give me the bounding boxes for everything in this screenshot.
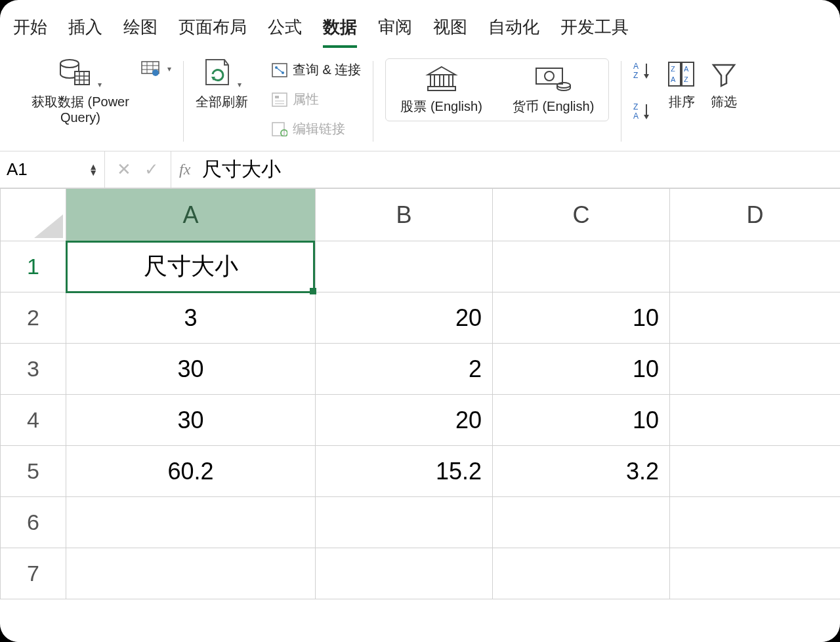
row-header-6[interactable]: 6 bbox=[1, 497, 66, 548]
tab-view[interactable]: 视图 bbox=[433, 13, 467, 48]
svg-rect-27 bbox=[428, 87, 455, 90]
tab-automate[interactable]: 自动化 bbox=[488, 13, 539, 48]
svg-rect-24 bbox=[430, 75, 434, 87]
col-header-a[interactable]: A bbox=[66, 189, 316, 241]
svg-text:A: A bbox=[684, 65, 689, 73]
cell-c5[interactable]: 3.2 bbox=[493, 446, 670, 497]
bank-icon bbox=[425, 66, 458, 94]
queries-connections-button[interactable]: 查询 & 连接 bbox=[272, 60, 361, 80]
svg-rect-21 bbox=[272, 123, 284, 136]
data-types-group: 股票 (English) 货币 (English) bbox=[385, 58, 609, 121]
tab-home[interactable]: 开始 bbox=[13, 13, 47, 48]
from-source-button[interactable]: ▾ bbox=[141, 60, 171, 78]
svg-rect-26 bbox=[449, 75, 453, 87]
sort-button[interactable]: ZAAZ 排序 bbox=[667, 61, 696, 110]
cell-a6[interactable] bbox=[66, 497, 316, 548]
row-header-5[interactable]: 5 bbox=[1, 446, 66, 497]
svg-text:Z: Z bbox=[671, 65, 675, 73]
filter-button[interactable]: 筛选 bbox=[711, 61, 737, 110]
svg-point-29 bbox=[545, 71, 554, 81]
svg-point-0 bbox=[60, 60, 79, 68]
edit-links-button[interactable]: 编辑链接 bbox=[272, 119, 345, 139]
svg-text:Z: Z bbox=[633, 71, 638, 79]
refresh-icon: ▾ bbox=[202, 58, 242, 90]
cell-a5[interactable]: 60.2 bbox=[66, 446, 316, 497]
svg-point-30 bbox=[557, 83, 570, 88]
currency-button[interactable]: 货币 (English) bbox=[513, 66, 594, 114]
svg-rect-17 bbox=[272, 93, 287, 106]
get-data-button[interactable]: ▾ 获取数据 (Power Query) bbox=[32, 58, 129, 125]
tab-draw[interactable]: 绘图 bbox=[123, 13, 158, 48]
cell-b1[interactable] bbox=[316, 241, 493, 292]
svg-marker-23 bbox=[428, 67, 455, 75]
svg-point-11 bbox=[152, 70, 159, 76]
chevron-down-icon: ▾ bbox=[167, 64, 171, 73]
database-icon: ▾ bbox=[59, 58, 101, 90]
tab-developer[interactable]: 开发工具 bbox=[560, 13, 629, 48]
spreadsheet[interactable]: A B C D 1 尺寸大小 2 3 20 10 3 30 bbox=[0, 188, 840, 599]
sort-icon: ZAAZ bbox=[667, 61, 696, 90]
cell-b7[interactable] bbox=[316, 548, 493, 599]
tab-formulas[interactable]: 公式 bbox=[268, 13, 302, 48]
cell-c2[interactable]: 10 bbox=[493, 292, 670, 344]
svg-text:Z: Z bbox=[684, 75, 688, 83]
cell-a2[interactable]: 3 bbox=[66, 292, 316, 344]
svg-line-16 bbox=[276, 68, 283, 73]
fx-label[interactable]: fx bbox=[171, 161, 198, 178]
row-header-7[interactable]: 7 bbox=[1, 548, 66, 599]
svg-text:A: A bbox=[671, 75, 676, 83]
svg-marker-34 bbox=[644, 74, 649, 79]
cell-a3[interactable]: 30 bbox=[66, 344, 316, 395]
cell-a7[interactable] bbox=[66, 548, 316, 599]
row-header-4[interactable]: 4 bbox=[1, 395, 66, 446]
cancel-formula-button[interactable]: ✕ bbox=[117, 159, 131, 180]
cell-d2[interactable] bbox=[670, 292, 841, 344]
cell-d4[interactable] bbox=[670, 395, 841, 446]
cell-b4[interactable]: 20 bbox=[316, 395, 493, 446]
svg-text:Z: Z bbox=[633, 102, 638, 111]
tab-pagelayout[interactable]: 页面布局 bbox=[178, 13, 247, 48]
svg-marker-38 bbox=[644, 115, 649, 119]
cell-a1[interactable]: 尺寸大小 bbox=[66, 241, 316, 292]
row-header-3[interactable]: 3 bbox=[1, 344, 66, 395]
cell-c4[interactable]: 10 bbox=[493, 395, 670, 446]
funnel-icon bbox=[711, 61, 737, 90]
cell-b6[interactable] bbox=[316, 497, 493, 548]
cell-d6[interactable] bbox=[670, 497, 841, 548]
row-header-2[interactable]: 2 bbox=[1, 292, 66, 344]
name-box-stepper[interactable]: ▲▼ bbox=[89, 164, 98, 176]
formula-content[interactable]: 尺寸大小 bbox=[198, 156, 281, 183]
col-header-b[interactable]: B bbox=[316, 189, 493, 241]
cell-c3[interactable]: 10 bbox=[493, 344, 670, 395]
cell-d3[interactable] bbox=[670, 344, 841, 395]
cell-d1[interactable] bbox=[670, 241, 841, 292]
sort-desc-button[interactable]: ZA bbox=[633, 102, 653, 123]
properties-button[interactable]: 属性 bbox=[272, 89, 319, 110]
row-header-1[interactable]: 1 bbox=[1, 241, 66, 292]
cell-a4[interactable]: 30 bbox=[66, 395, 316, 446]
cell-c6[interactable] bbox=[493, 497, 670, 548]
tab-data[interactable]: 数据 bbox=[323, 13, 357, 48]
cell-b3[interactable]: 2 bbox=[316, 344, 493, 395]
tab-insert[interactable]: 插入 bbox=[68, 13, 102, 48]
cell-b2[interactable]: 20 bbox=[316, 292, 493, 344]
cell-d7[interactable] bbox=[670, 548, 841, 599]
cell-c1[interactable] bbox=[493, 241, 670, 292]
queries-icon bbox=[272, 63, 287, 77]
svg-rect-1 bbox=[75, 71, 89, 85]
refresh-all-button[interactable]: ▾ 全部刷新 bbox=[196, 58, 248, 110]
chevron-down-icon: ▾ bbox=[238, 80, 242, 89]
col-header-d[interactable]: D bbox=[670, 189, 841, 241]
select-all-corner[interactable] bbox=[1, 189, 66, 241]
cell-b5[interactable]: 15.2 bbox=[316, 446, 493, 497]
cell-d5[interactable] bbox=[670, 446, 841, 497]
col-header-c[interactable]: C bbox=[493, 189, 670, 241]
tab-review[interactable]: 审阅 bbox=[378, 13, 412, 48]
svg-rect-25 bbox=[440, 75, 444, 87]
sort-asc-button[interactable]: AZ bbox=[633, 61, 653, 82]
stocks-button[interactable]: 股票 (English) bbox=[400, 66, 482, 114]
properties-icon bbox=[272, 92, 287, 107]
name-box[interactable]: A1 ▲▼ bbox=[0, 151, 105, 188]
accept-formula-button[interactable]: ✓ bbox=[144, 159, 159, 180]
cell-c7[interactable] bbox=[493, 548, 670, 599]
